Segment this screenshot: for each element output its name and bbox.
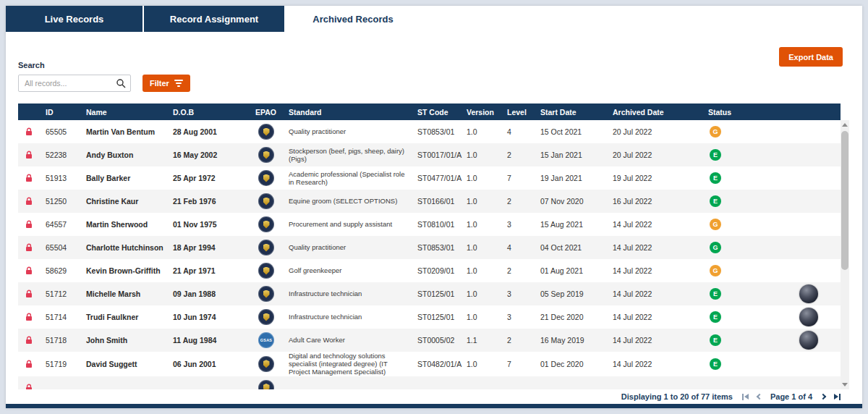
epao-emblem-icon — [258, 216, 274, 232]
epao-emblem-icon — [258, 147, 274, 163]
table-row[interactable]: 64557Martin Sherwood01 Nov 1975Procureme… — [18, 213, 841, 236]
tab-archived-records[interactable]: Archived Records — [286, 6, 420, 32]
column-header-start-date[interactable]: Start Date — [535, 108, 607, 117]
pagination-controls: Page 1 of 4 — [742, 392, 841, 401]
row-level: 7 — [501, 360, 535, 368]
row-name: Kevin Brown-Griffith — [80, 266, 167, 275]
row-id: 51718 — [40, 336, 80, 345]
column-header-st-code[interactable]: ST Code — [412, 108, 461, 117]
row-status: G — [708, 242, 776, 253]
row-st-code: ST0017/01/A — [412, 151, 461, 159]
avatar[interactable] — [799, 331, 818, 350]
column-header-standard[interactable]: Standard — [283, 108, 412, 117]
row-st-code: ST0853/01 — [412, 127, 461, 136]
tab-live-records[interactable]: Live Records — [6, 6, 142, 32]
table-row[interactable]: 58629Kevin Brown-Griffith21 Apr 1971Golf… — [18, 259, 841, 282]
avatar[interactable] — [799, 284, 818, 303]
epao-emblem-icon — [258, 380, 274, 389]
row-st-code: ST0209/01 — [412, 266, 461, 275]
row-start-date: 05 Sep 2019 — [535, 290, 607, 298]
row-start-date: 16 May 2019 — [535, 336, 607, 345]
table-row[interactable]: 51913Bally Barker25 Apr 1972Academic pro… — [18, 166, 841, 190]
filter-button[interactable]: Filter — [142, 75, 190, 92]
column-header-status[interactable]: Status — [708, 108, 776, 117]
status-badge: E — [710, 334, 721, 346]
status-badge: E — [710, 195, 721, 207]
row-start-date: 01 Dec 2020 — [535, 360, 607, 368]
export-data-button[interactable]: Export Data — [779, 47, 843, 67]
table-row[interactable]: 51714Trudi Faulkner10 Jun 1974Infrastruc… — [18, 305, 841, 329]
lock-icon — [18, 266, 40, 275]
row-archived-date: 14 Jul 2022 — [607, 360, 708, 368]
row-dob: 16 May 2002 — [167, 151, 250, 159]
pagination-summary: Displaying 1 to 20 of 77 items — [621, 392, 733, 401]
table-row[interactable]: 51712Michelle Marsh09 Jan 1988Infrastruc… — [18, 282, 841, 305]
tab-record-assignment[interactable]: Record Assignment — [144, 6, 284, 32]
status-badge: E — [710, 172, 721, 184]
last-page-icon[interactable] — [834, 394, 841, 400]
table-row[interactable]: 65504Charlotte Hutchinson18 Apr 1994Qual… — [18, 236, 841, 259]
row-start-date: 07 Nov 2020 — [535, 197, 607, 206]
column-header-epao[interactable]: EPAO — [250, 108, 283, 117]
row-dob: 09 Jan 1988 — [167, 290, 250, 298]
column-header-level[interactable]: Level — [501, 108, 535, 117]
row-st-code: ST0005/02 — [412, 336, 461, 345]
search-input[interactable] — [18, 75, 131, 92]
table-row[interactable]: 65505Martin Van Bentum28 Aug 2001Quality… — [18, 120, 841, 143]
table-row[interactable]: 51719David Suggett06 Jun 2001Digital and… — [18, 352, 841, 376]
table-scrollbar[interactable] — [841, 120, 849, 389]
tab-live-records-label: Live Records — [45, 14, 104, 25]
row-id: 51250 — [40, 197, 80, 206]
row-epao — [250, 380, 283, 389]
row-version: 1.0 — [461, 243, 501, 252]
row-name: David Suggett — [80, 360, 167, 368]
column-header-id[interactable]: ID — [40, 108, 80, 117]
row-epao — [250, 170, 283, 186]
avatar[interactable] — [799, 308, 818, 326]
row-epao — [250, 240, 283, 255]
row-st-code: ST0482/01/A — [412, 360, 461, 368]
table-row[interactable]: 52238Andy Buxton16 May 2002Stockperson (… — [18, 143, 841, 166]
table-body: 65505Martin Van Bentum28 Aug 2001Quality… — [18, 120, 841, 389]
table-row[interactable]: 51718John Smith11 Aug 1984GSASAdult Care… — [18, 329, 841, 352]
row-version: 1.1 — [461, 336, 501, 345]
search-label: Search — [18, 61, 862, 70]
row-epao — [250, 147, 283, 163]
row-status: G — [708, 219, 776, 230]
table-row-partial[interactable] — [18, 376, 841, 389]
lock-icon — [18, 313, 40, 321]
epao-emblem-icon — [258, 286, 274, 302]
first-page-icon[interactable] — [742, 394, 749, 400]
previous-page-icon[interactable] — [757, 394, 762, 399]
table-row[interactable]: 51250Christine Kaur21 Feb 1976Equine gro… — [18, 190, 841, 213]
column-header-archived-date[interactable]: Archived Date — [607, 108, 708, 117]
row-id: 65504 — [40, 243, 80, 252]
scroll-up-icon[interactable] — [842, 123, 848, 127]
row-status: E — [708, 288, 776, 300]
column-header-version[interactable]: Version — [461, 108, 501, 117]
row-dob: 21 Feb 1976 — [167, 197, 250, 206]
lock-icon — [18, 243, 40, 252]
row-archived-date: 14 Jul 2022 — [607, 290, 708, 298]
row-dob: 18 Apr 1994 — [167, 243, 250, 252]
row-status: G — [708, 126, 776, 138]
epao-emblem-icon — [258, 309, 274, 325]
column-header-d-o-b[interactable]: D.O.B — [167, 108, 250, 117]
scroll-down-icon[interactable] — [842, 383, 848, 386]
row-standard: Stockperson (beef, pigs, sheep, dairy) (… — [283, 147, 412, 163]
row-archived-date: 20 Jul 2022 — [607, 151, 708, 159]
next-page-icon[interactable] — [821, 394, 825, 399]
scrollbar-thumb[interactable] — [841, 131, 848, 270]
status-badge: E — [710, 311, 721, 323]
row-dob: 06 Jun 2001 — [167, 360, 250, 368]
search-icon[interactable] — [116, 78, 126, 88]
row-dob: 28 Aug 2001 — [167, 127, 250, 136]
row-name: Trudi Faulkner — [80, 313, 167, 321]
row-archived-date: 20 Jul 2022 — [607, 127, 708, 136]
app-window: Live Records Record Assignment Archived … — [6, 6, 862, 408]
column-header-name[interactable]: Name — [80, 108, 167, 117]
row-name: Martin Van Bentum — [80, 127, 167, 136]
row-epao — [250, 216, 283, 232]
row-level: 2 — [501, 197, 535, 206]
row-name: John Smith — [80, 336, 167, 345]
